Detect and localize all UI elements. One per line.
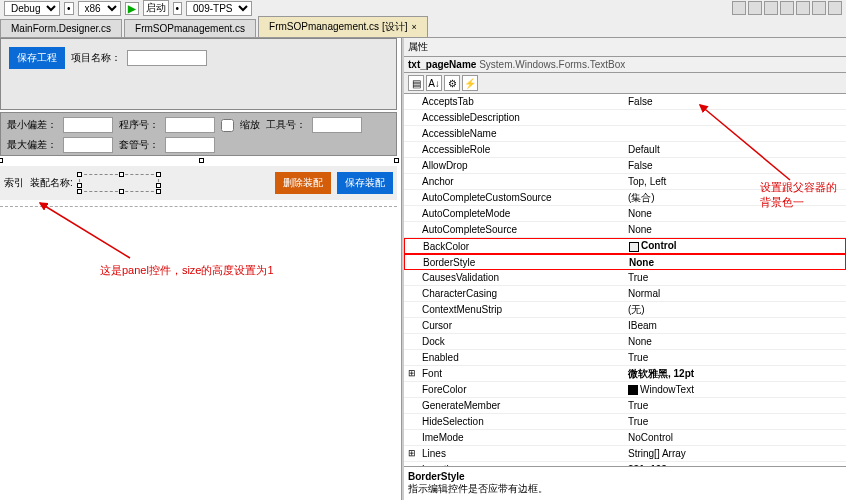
property-row[interactable]: BorderStyleNone [404, 254, 846, 270]
tab-frmsop-design[interactable]: FrmSOPmanagement.cs [设计]× [258, 16, 428, 37]
property-value[interactable]: False [624, 96, 846, 107]
property-value[interactable]: False [624, 160, 846, 171]
delete-assembly-button[interactable]: 删除装配 [275, 172, 331, 194]
designer-surface[interactable]: 保存工程 项目名称： 最小偏差： 程序号： 缩放 工具号： 最大偏差： 套管号： [0, 38, 402, 500]
property-name: Dock [404, 336, 624, 347]
debug-combo[interactable]: Debug [4, 1, 60, 16]
property-name: AccessibleRole [404, 144, 624, 155]
property-name: Enabled [404, 352, 624, 363]
property-name: GenerateMember [404, 400, 624, 411]
property-name: AutoCompleteCustomSource [404, 192, 624, 203]
property-row[interactable]: CursorIBeam [404, 318, 846, 334]
icon-7[interactable] [828, 1, 842, 15]
property-value[interactable]: Control [625, 240, 845, 251]
property-name: BackColor [405, 241, 625, 252]
property-value[interactable]: IBeam [624, 320, 846, 331]
property-value[interactable]: True [624, 416, 846, 427]
color-swatch [628, 385, 638, 395]
min-offset-input[interactable] [63, 117, 113, 133]
icon-4[interactable] [780, 1, 794, 15]
top-toolbar: Debug • x86 ▶ 启动 • 009-TPS [0, 0, 846, 16]
assembly-name-input[interactable] [79, 174, 159, 192]
close-icon[interactable]: × [411, 22, 416, 32]
property-row[interactable]: ContextMenuStrip(无) [404, 302, 846, 318]
property-name: Location [404, 464, 624, 466]
property-row[interactable]: AcceptsTabFalse [404, 94, 846, 110]
start-label[interactable]: 启动 [143, 0, 169, 16]
property-name: Lines [404, 448, 624, 459]
property-value[interactable]: True [624, 272, 846, 283]
assembly-name-label: 装配名称: [30, 176, 73, 190]
property-value[interactable]: String[] Array [624, 448, 846, 459]
project-combo[interactable]: 009-TPS [186, 1, 252, 16]
property-row[interactable]: AutoCompleteSourceNone [404, 222, 846, 238]
tab-frmsop-code[interactable]: FrmSOPmanagement.cs [124, 19, 256, 37]
property-row[interactable]: CharacterCasingNormal [404, 286, 846, 302]
property-value[interactable]: 微软雅黑, 12pt [624, 367, 846, 381]
property-value[interactable]: (无) [624, 303, 846, 317]
project-name-label: 项目名称： [71, 51, 121, 65]
prop-footer: BorderStyle 指示编辑控件是否应带有边框。 [404, 466, 846, 500]
property-row[interactable]: DockNone [404, 334, 846, 350]
play-icon[interactable]: ▶ [125, 2, 139, 15]
color-swatch [629, 242, 639, 252]
props-icon[interactable]: ⚙ [444, 75, 460, 91]
property-name: Font [404, 368, 624, 379]
save-project-button[interactable]: 保存工程 [9, 47, 65, 69]
property-row[interactable]: CausesValidationTrue [404, 270, 846, 286]
property-value[interactable]: None [624, 336, 846, 347]
svg-line-0 [40, 203, 130, 258]
icon-6[interactable] [812, 1, 826, 15]
property-name: BorderStyle [405, 257, 625, 268]
property-name: CausesValidation [404, 272, 624, 283]
property-value[interactable]: NoControl [624, 432, 846, 443]
arch-combo[interactable]: x86 [78, 1, 121, 16]
property-name: AutoCompleteSource [404, 224, 624, 235]
property-row[interactable]: AccessibleName [404, 126, 846, 142]
kit-num-label: 套管号： [119, 138, 159, 152]
max-offset-input[interactable] [63, 137, 113, 153]
property-row[interactable]: AccessibleDescription [404, 110, 846, 126]
property-row[interactable]: ForeColorWindowText [404, 382, 846, 398]
property-value[interactable]: Normal [624, 288, 846, 299]
scale-label: 缩放 [240, 118, 260, 132]
proc-num-label: 程序号： [119, 118, 159, 132]
icon-5[interactable] [796, 1, 810, 15]
proc-num-input[interactable] [165, 117, 215, 133]
project-name-input[interactable] [127, 50, 207, 66]
categorize-icon[interactable]: ▤ [408, 75, 424, 91]
property-row[interactable]: AllowDropFalse [404, 158, 846, 174]
scale-checkbox[interactable] [221, 119, 234, 132]
property-row[interactable]: HideSelectionTrue [404, 414, 846, 430]
icon-3[interactable] [764, 1, 778, 15]
property-name: AcceptsTab [404, 96, 624, 107]
save-assembly-button[interactable]: 保存装配 [337, 172, 393, 194]
property-grid[interactable]: AcceptsTabFalseAccessibleDescriptionAcce… [404, 94, 846, 466]
annotation-2: 设置跟父容器的背景色一 [760, 180, 846, 210]
property-name: ContextMenuStrip [404, 304, 624, 315]
property-row[interactable]: GenerateMemberTrue [404, 398, 846, 414]
kit-num-input[interactable] [165, 137, 215, 153]
property-row[interactable]: AccessibleRoleDefault [404, 142, 846, 158]
property-row[interactable]: EnabledTrue [404, 350, 846, 366]
alpha-sort-icon[interactable]: A↓ [426, 75, 442, 91]
property-value[interactable]: WindowText [624, 384, 846, 395]
property-row[interactable]: ImeModeNoControl [404, 430, 846, 446]
tool-num-input[interactable] [312, 117, 362, 133]
property-row[interactable]: Font微软雅黑, 12pt [404, 366, 846, 382]
property-value[interactable]: None [624, 224, 846, 235]
property-value[interactable]: Default [624, 144, 846, 155]
icon-1[interactable] [732, 1, 746, 15]
tab-mainform[interactable]: MainForm.Designer.cs [0, 19, 122, 37]
selected-object-name: txt_pageName [408, 59, 476, 70]
min-offset-label: 最小偏差： [7, 118, 57, 132]
icon-2[interactable] [748, 1, 762, 15]
property-row[interactable]: LinesString[] Array [404, 446, 846, 462]
prop-toolbar: ▤ A↓ ⚙ ⚡ [404, 73, 846, 94]
property-row[interactable]: BackColorControl [404, 238, 846, 254]
property-value[interactable]: True [624, 352, 846, 363]
property-name: HideSelection [404, 416, 624, 427]
property-value[interactable]: None [625, 257, 845, 268]
property-value[interactable]: True [624, 400, 846, 411]
events-icon[interactable]: ⚡ [462, 75, 478, 91]
